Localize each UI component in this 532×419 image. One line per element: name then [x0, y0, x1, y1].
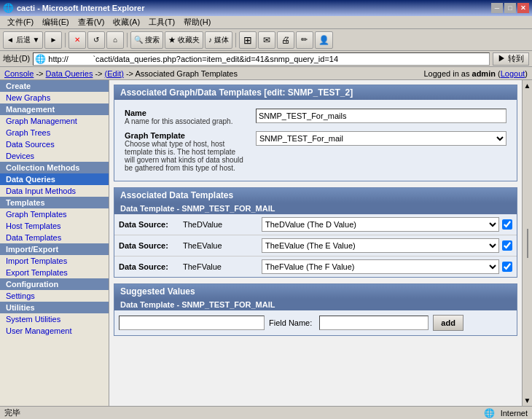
home-button[interactable]: ⌂: [106, 31, 124, 49]
ds-select-3[interactable]: TheFValue (The F Value): [262, 259, 499, 274]
field-name-label: Field Name:: [269, 318, 312, 327]
sidebar-section-collection-methods[interactable]: Collection Methods: [0, 162, 109, 173]
search-button[interactable]: 🔍 搜索: [130, 31, 163, 49]
ds-select-1[interactable]: TheDValue (The D Value): [262, 217, 499, 232]
sidebar-section-templates[interactable]: Templates: [0, 197, 109, 208]
sidebar-item-data-templates[interactable]: Data Templates: [0, 232, 109, 243]
suggested-values-body: Data Template - SNMP_TEST_FOR_MAIL Field…: [114, 299, 517, 335]
sidebar-section-management[interactable]: Management: [0, 103, 109, 115]
sidebar-item-devices[interactable]: Devices: [0, 150, 109, 162]
close-button[interactable]: ✕: [517, 3, 529, 13]
data-source-row-1: Data Source: TheDValue TheDValue (The D …: [114, 214, 517, 235]
sidebar-item-host-templates[interactable]: Host Templates: [0, 220, 109, 232]
sidebar-item-system-utilities[interactable]: System Utilities: [0, 313, 109, 325]
sidebar: Create New Graphs Management Graph Manag…: [0, 80, 109, 406]
address-label: 地址(D): [3, 53, 30, 64]
sidebar-item-data-sources[interactable]: Data Sources: [0, 138, 109, 150]
breadcrumb-console[interactable]: Console: [4, 69, 34, 78]
messenger-button[interactable]: 👤: [315, 31, 333, 49]
field-name-input[interactable]: [319, 316, 429, 330]
ds-select-wrap-3: TheFValue (The F Value): [262, 259, 512, 274]
ds-checkbox-2[interactable]: [502, 240, 512, 251]
scroll-up[interactable]: ▲: [524, 82, 531, 90]
sidebar-item-export-templates[interactable]: Export Templates: [0, 267, 109, 278]
media-button[interactable]: ♪ 媒体: [205, 31, 232, 49]
data-source-row-3: Data Source: TheFValue TheFValue (The F …: [114, 257, 517, 277]
assoc-data-templates-header: Associated Data Templates: [114, 188, 517, 203]
scrollbar[interactable]: ▲ ▼: [522, 80, 532, 406]
sidebar-item-graph-trees[interactable]: Graph Trees: [0, 127, 109, 138]
maximize-button[interactable]: □: [504, 3, 516, 13]
menu-help[interactable]: 帮助(H): [179, 16, 215, 28]
ds-label-3: Data Source:: [119, 262, 177, 271]
stop-button[interactable]: ✕: [69, 31, 86, 49]
sidebar-section-configuration[interactable]: Configuration: [0, 278, 109, 290]
sidebar-section-create[interactable]: Create: [0, 80, 109, 92]
menu-favorites[interactable]: 收藏(A): [109, 16, 144, 28]
sidebar-item-user-management[interactable]: User Management: [0, 325, 109, 337]
go-button[interactable]: ▶ 转到: [493, 52, 529, 66]
mail-button[interactable]: ✉: [258, 31, 275, 49]
address-bar: 地址(D) 🌐 ▶ 转到: [0, 51, 532, 67]
add-button[interactable]: add: [433, 315, 463, 331]
sidebar-section-import-export[interactable]: Import/Export: [0, 243, 109, 255]
minimize-button[interactable]: ─: [491, 3, 503, 13]
graph-template-row: Graph Template Choose what type of host,…: [120, 128, 511, 175]
breadcrumb-current: Associated Graph Templates: [136, 69, 238, 78]
ds-select-2[interactable]: TheEValue (The E Value): [262, 238, 499, 253]
form-table: Name A name for this associated graph. G…: [120, 106, 511, 175]
ds-label-2: Data Source:: [119, 241, 177, 250]
logout-link[interactable]: Logout: [501, 69, 525, 78]
sidebar-item-graph-management[interactable]: Graph Management: [0, 115, 109, 127]
suggested-values-row: Field Name: add: [114, 310, 517, 335]
name-input[interactable]: [256, 109, 506, 123]
graph-template-select[interactable]: SNMP_TEST_For_mail: [256, 131, 506, 146]
main-layout: Create New Graphs Management Graph Manag…: [0, 80, 532, 406]
ds-name-3: TheFValue: [183, 262, 256, 271]
data-source-row-2: Data Source: TheEValue TheEValue (The E …: [114, 235, 517, 257]
status-bar: 完毕 🌐 Internet: [0, 406, 532, 419]
main-panel: Associated Graph/Data Templates [edit: S…: [114, 85, 517, 181]
main-panel-body: Name A name for this associated graph. G…: [114, 100, 517, 181]
breadcrumb: Console -> Data Queries -> (Edit) -> Ass…: [0, 67, 532, 80]
main-panel-header: Associated Graph/Data Templates [edit: S…: [114, 85, 517, 100]
zone-label: Internet: [501, 409, 528, 418]
favorites-button[interactable]: ★ 收藏夹: [165, 31, 203, 49]
breadcrumb-edit[interactable]: (Edit): [105, 69, 124, 78]
suggested-values-header: Suggested Values: [114, 284, 517, 299]
menu-view[interactable]: 查看(V): [74, 16, 109, 28]
back-button[interactable]: ◄ 后退 ▼: [3, 31, 43, 49]
sidebar-item-new-graphs[interactable]: New Graphs: [0, 92, 109, 103]
refresh-button[interactable]: ↺: [87, 31, 105, 49]
print-button[interactable]: 🖨: [277, 31, 294, 49]
menu-edit[interactable]: 编辑(E): [38, 16, 74, 28]
scroll-down[interactable]: ▼: [524, 396, 531, 404]
suggested-values-subheader: Data Template - SNMP_TEST_FOR_MAIL: [114, 299, 517, 310]
app-icon: 🌐: [3, 3, 14, 13]
logged-in-info: Logged in as admin (Logout): [423, 69, 528, 78]
forward-button[interactable]: ►: [44, 31, 62, 49]
ds-checkbox-3[interactable]: [502, 262, 512, 272]
menu-file[interactable]: 文件(F): [3, 16, 38, 28]
menu-tools[interactable]: 工具(T): [144, 16, 179, 28]
sidebar-item-data-queries[interactable]: Data Queries: [0, 173, 109, 185]
graph-template-desc: Choose what type of host, host template …: [125, 140, 247, 172]
ds-select-wrap-2: TheEValue (The E Value): [262, 238, 512, 253]
edit-button[interactable]: ✏: [296, 31, 313, 49]
sidebar-item-data-input-methods[interactable]: Data Input Methods: [0, 185, 109, 197]
scroll-thumb[interactable]: [527, 229, 528, 258]
title-bar: 🌐 cacti - Microsoft Internet Explorer ─ …: [0, 0, 532, 16]
sidebar-item-settings[interactable]: Settings: [0, 290, 109, 302]
history-button[interactable]: ⊞: [239, 31, 257, 49]
sidebar-item-import-templates[interactable]: Import Templates: [0, 255, 109, 267]
ds-checkbox-1[interactable]: [502, 219, 512, 230]
sidebar-item-graph-templates[interactable]: Graph Templates: [0, 208, 109, 220]
ds-name-2: TheEValue: [183, 241, 256, 250]
breadcrumb-data-queries[interactable]: Data Queries: [46, 69, 93, 78]
address-input[interactable]: [48, 55, 488, 63]
address-input-wrap: 🌐: [33, 52, 490, 66]
sidebar-section-utilities[interactable]: Utilities: [0, 302, 109, 313]
suggested-value-input[interactable]: [119, 316, 265, 330]
assoc-data-templates-panel: Associated Data Templates Data Template …: [114, 187, 517, 278]
menu-bar: 文件(F) 编辑(E) 查看(V) 收藏(A) 工具(T) 帮助(H): [0, 16, 532, 29]
